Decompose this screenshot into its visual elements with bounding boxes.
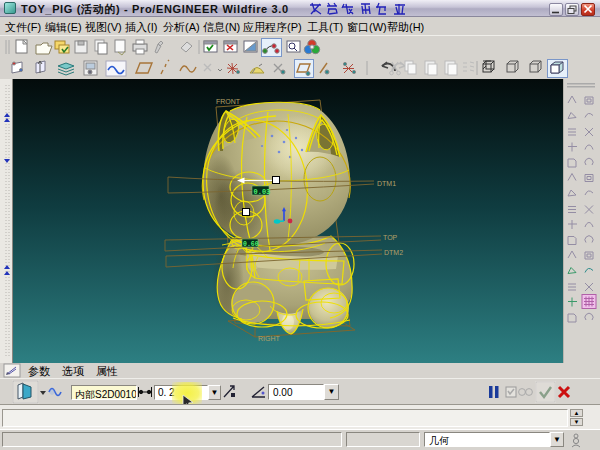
svg-text:0.03: 0.03 <box>254 188 271 196</box>
svg-text:DTM2: DTM2 <box>384 249 403 256</box>
svg-text:FRONT: FRONT <box>216 98 241 105</box>
svg-text:TOP: TOP <box>383 234 398 241</box>
svg-text:0.60: 0.60 <box>243 241 259 248</box>
svg-text:RIGHT: RIGHT <box>258 335 281 342</box>
svg-text:DTM1: DTM1 <box>377 180 396 187</box>
